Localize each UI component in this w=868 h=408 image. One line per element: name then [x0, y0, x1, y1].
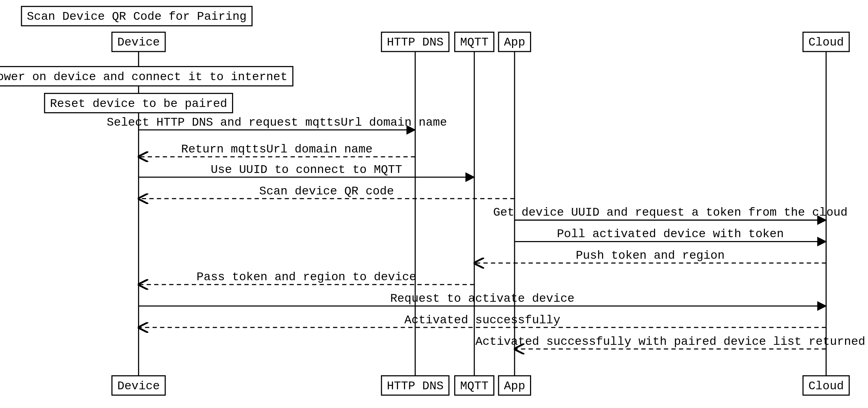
message-0-label: Select HTTP DNS and request mqttsUrl dom…: [107, 116, 447, 129]
sequence-diagram: Scan Device QR Code for PairingDeviceDev…: [0, 0, 868, 408]
message-2-label: Use UUID to connect to MQTT: [211, 163, 402, 176]
message-7-label: Pass token and region to device: [197, 270, 416, 284]
participant-cloud-label-bottom: Cloud: [808, 379, 844, 393]
message-6-label: Push token and region: [576, 249, 725, 262]
participant-httpdns-label-top: HTTP DNS: [387, 36, 444, 49]
message-1-label: Return mqttsUrl domain name: [181, 143, 373, 156]
participant-httpdns-label-bottom: HTTP DNS: [387, 379, 444, 393]
message-3-label: Scan device QR code: [259, 185, 394, 198]
participant-mqtt-label-bottom: MQTT: [460, 379, 488, 393]
participant-mqtt-label-top: MQTT: [460, 36, 488, 49]
note-0-text: Power on device and connect it to intern…: [0, 70, 287, 84]
note-1-text: Reset device to be paired: [50, 97, 227, 110]
message-10-label: Activated successfully with paired devic…: [475, 335, 865, 348]
message-4-label: Get device UUID and request a token from…: [493, 206, 848, 219]
participant-cloud-label-top: Cloud: [808, 36, 844, 49]
participant-device-label-bottom: Device: [117, 379, 160, 393]
participant-app-label-bottom: App: [504, 379, 525, 393]
participant-app-label-top: App: [504, 36, 525, 49]
message-8-label: Request to activate device: [390, 292, 575, 305]
message-5-label: Poll activated device with token: [557, 227, 784, 241]
diagram-title: Scan Device QR Code for Pairing: [27, 10, 246, 23]
participant-device-label-top: Device: [117, 36, 160, 49]
message-9-label: Activated successfully: [404, 313, 560, 327]
